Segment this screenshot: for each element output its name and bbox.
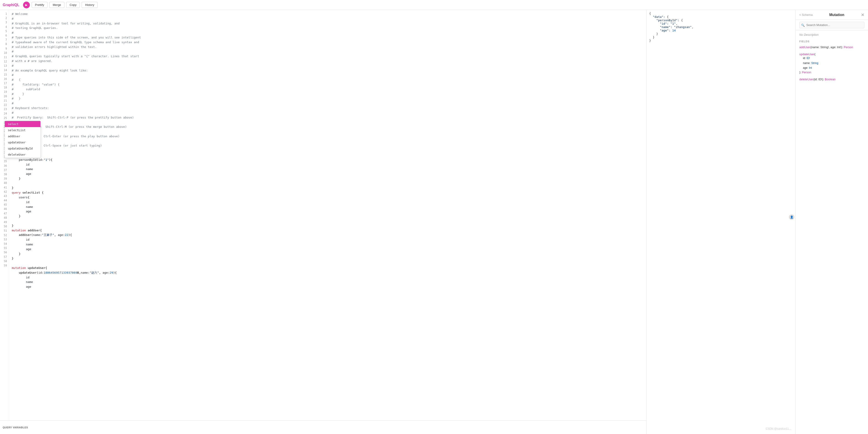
docs-title: Mutation (814, 13, 859, 17)
field-link[interactable]: deleteUser (799, 78, 813, 81)
line-number: 48 (0, 216, 7, 220)
line-number: 24 (0, 112, 7, 116)
line-number: 54 (0, 242, 7, 246)
avatar-icon[interactable]: 👤 (789, 214, 794, 220)
code-line: # (12, 73, 646, 78)
line-number: 50 (0, 224, 7, 229)
code-line: age (12, 209, 646, 214)
fields-list: addUser(name: String!, age: Int!): Perso… (799, 46, 864, 81)
autocomplete-item[interactable]: addUser (5, 133, 40, 139)
return-type-link[interactable]: Person (802, 70, 811, 74)
line-number: 57 (0, 255, 7, 259)
docs-close-button[interactable]: ✕ (861, 12, 864, 18)
code-line: # Welcome (12, 12, 646, 17)
merge-button[interactable]: Merge (49, 2, 64, 8)
history-button[interactable]: History (82, 2, 97, 8)
code-line: updateUser(id:1886456957133937869B,name:… (12, 270, 646, 275)
line-number: 42 (0, 190, 7, 194)
code-content: 1234567891011121314151617181920212223242… (0, 10, 646, 421)
mutation-search-input[interactable] (799, 22, 864, 28)
line-number: 53 (0, 237, 7, 242)
return-type-link[interactable]: Person (844, 46, 853, 49)
line-number: 46 (0, 207, 7, 211)
code-line: id (12, 237, 646, 242)
results-json: { "data": { "personById": { "id": "1", "… (649, 12, 793, 42)
code-line: age (12, 247, 646, 252)
line-number: 7 (0, 38, 7, 42)
code-line: # (12, 31, 646, 35)
line-number: 58 (0, 259, 7, 263)
code-line: # (12, 49, 646, 54)
code-line: name (12, 280, 646, 285)
line-number: 40 (0, 181, 7, 185)
autocomplete-dropdown: selectselectListaddUserupdateUserupdateU… (4, 121, 41, 158)
line-number: 6 (0, 33, 7, 38)
line-number: 19 (0, 90, 7, 94)
return-type-link[interactable]: Boolean (825, 78, 836, 81)
watermark: CSDN @sanduo11... (766, 427, 791, 430)
code-line: # } (12, 96, 646, 101)
prettify-button[interactable]: Prettify (32, 2, 48, 8)
code-line: # with a # are ignored. (12, 59, 646, 63)
code-line: addUser(name:"王麻子", age:22){ (12, 233, 646, 237)
autocomplete-item[interactable]: updateUserById (5, 145, 40, 151)
query-variables-label: QUERY VARIABLES (3, 426, 28, 429)
line-number: 5 (0, 29, 7, 33)
results-panel: { "data": { "personById": { "id": "1", "… (647, 10, 796, 434)
line-number: 2 (0, 16, 7, 20)
no-description: No Description (799, 33, 864, 36)
editor-panel: 1234567891011121314151617181920212223242… (0, 10, 647, 434)
code-line: # (12, 111, 646, 115)
line-number: 25 (0, 116, 7, 120)
line-number: 43 (0, 194, 7, 198)
line-number: 47 (0, 211, 7, 216)
code-line: # Auto Complete: Ctrl-Space (or just sta… (12, 143, 646, 148)
code-line: id (12, 163, 646, 167)
copy-button[interactable]: Copy (66, 2, 80, 8)
autocomplete-item[interactable]: updateUser (5, 139, 40, 145)
code-line: # validation errors highlighted within t… (12, 45, 646, 50)
autocomplete-item[interactable]: deleteUser (5, 151, 40, 157)
code-lines[interactable]: # Welcome## GraphiQL is an in-browser to… (9, 10, 646, 421)
code-line (12, 181, 646, 186)
code-line: # (12, 148, 646, 153)
line-number: 55 (0, 246, 7, 250)
field-link[interactable]: updateUser (799, 53, 814, 56)
code-line: id (12, 200, 646, 205)
field-link[interactable]: addUser (799, 46, 810, 49)
autocomplete-item[interactable]: selectList (5, 127, 40, 133)
main-layout: 1234567891011121314151617181920212223242… (0, 10, 868, 434)
line-number: 38 (0, 172, 7, 177)
docs-search-area: 🔍 (796, 20, 868, 30)
app-title: GraphiQL (3, 3, 20, 7)
line-number: 9 (0, 47, 7, 51)
code-line: users{ (12, 195, 646, 200)
code-line: } (12, 256, 646, 261)
field-item: addUser(name: String!, age: Int!): Perso… (799, 46, 864, 49)
line-number: 35 (0, 159, 7, 164)
code-line: personById(id:"1"){ (12, 157, 646, 163)
autocomplete-item[interactable]: select (5, 121, 40, 127)
line-number: 49 (0, 220, 7, 224)
docs-content: No Description FIELDS addUser(name: Stri… (796, 30, 868, 434)
code-line: # field(arg: "value") { (12, 82, 646, 87)
run-button[interactable]: ▶ (23, 2, 30, 8)
line-number: 11 (0, 55, 7, 59)
code-line: # subField (12, 87, 646, 92)
code-line: name (12, 167, 646, 172)
line-number: 1 (0, 12, 7, 16)
line-number: 45 (0, 203, 7, 207)
code-line: # Prettify Query: Shift-Ctrl-P (or press… (12, 115, 646, 120)
field-item: updateUser( id: ID!name: Stringage: Int … (799, 53, 864, 74)
query-variables-section[interactable]: QUERY VARIABLES (0, 421, 646, 434)
line-number: 8 (0, 42, 7, 46)
code-line (12, 219, 646, 224)
code-line: mutation addUser{ (12, 228, 646, 233)
code-line: # { (12, 78, 646, 82)
editor-area[interactable]: 1234567891011121314151617181920212223242… (0, 10, 646, 421)
line-number: 13 (0, 64, 7, 68)
line-number: 22 (0, 103, 7, 107)
schema-back-link[interactable]: < Schema (799, 13, 813, 17)
line-number: 17 (0, 81, 7, 86)
code-line: # (12, 63, 646, 68)
